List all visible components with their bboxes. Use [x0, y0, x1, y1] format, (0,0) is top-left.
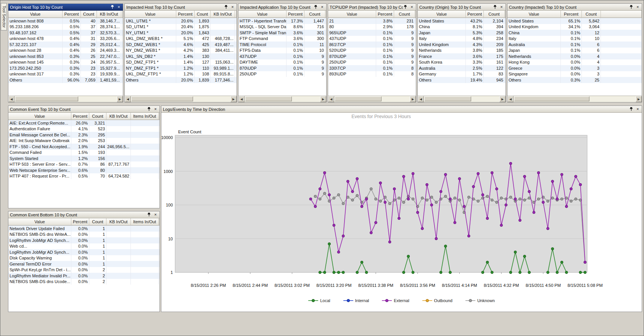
table-row[interactable]: 861\TCP0.1%9	[328, 42, 416, 48]
table-row[interactable]: HTTP - Hypertext Transfer...17.3%1,447	[238, 18, 326, 24]
table-row[interactable]: UKL_DMZ_WEB1 *5.1%472468,728...	[125, 36, 237, 42]
table-row[interactable]: Others19.4%945	[418, 77, 506, 83]
legend-item-internal[interactable]: Internal	[343, 298, 369, 303]
table-row[interactable]: 870\UDP0.1%9	[328, 53, 416, 59]
pin-icon[interactable]	[147, 107, 151, 112]
table-row[interactable]: Japan0.1%6	[507, 48, 642, 54]
table-row[interactable]: HTTP 407 : Request Error - Pr...0.5%7064…	[8, 173, 159, 179]
table-row[interactable]: Others20.0%1,839177,346...	[125, 77, 237, 83]
table-row[interactable]: unknown host 3170.3%2319,939.9...	[8, 71, 123, 77]
panel-titlebar[interactable]: Origin Host Top 10 by Count ×	[8, 4, 123, 11]
column-header-value[interactable]: Value	[418, 11, 466, 18]
panel-titlebar[interactable]: Common Event Top 10 by Count ×	[8, 106, 159, 113]
column-header-count[interactable]: Count	[195, 11, 211, 18]
table-row[interactable]: UKL_UTM1 *20.6%1,893	[125, 18, 237, 24]
table-row[interactable]: Australia2.5%122	[418, 65, 506, 71]
column-header-count[interactable]: Count	[484, 11, 505, 18]
table-row[interactable]: France3.6%175	[418, 53, 506, 59]
table-row[interactable]: 250\UDP0.1%9	[328, 59, 416, 66]
table-row[interactable]: NY_UTM1 *20.0%1,843	[125, 30, 237, 36]
table-row[interactable]: unknown host 8530.3%2522,747.0...	[8, 53, 123, 59]
table-row[interactable]: 93.48.107.1620.5%3732,570.3...	[8, 30, 123, 36]
pin-icon[interactable]	[403, 5, 408, 10]
close-icon[interactable]: ×	[635, 5, 640, 10]
table-row[interactable]: Greece0.0%3	[507, 65, 642, 71]
pin-icon[interactable]	[110, 5, 115, 10]
table-row[interactable]: TIME Protocol0.1%11	[238, 42, 326, 48]
close-icon[interactable]: ×	[499, 5, 504, 10]
table-row[interactable]: United States43.2%2,104	[418, 18, 506, 24]
column-header-kb-in-out[interactable]: KB In/Out	[211, 11, 235, 18]
table-row[interactable]: UKL_DMZ_FTP1 *1.2%10889,915.8...	[125, 71, 237, 77]
table-row[interactable]: 802.9%178	[328, 24, 416, 30]
table-row[interactable]: NY_DMZ_WEB1 *4.2%383384,411...	[125, 48, 237, 54]
table-row[interactable]: Others0.3%25	[507, 77, 642, 83]
table-row[interactable]: unknown host 8080.5%4038,146.7...	[8, 18, 123, 24]
table-row[interactable]: SD_DMZ_WEB1 *4.6%425419,487...	[125, 42, 237, 48]
table-row[interactable]: 520\UDP0.1%9	[328, 48, 416, 54]
table-row[interactable]: Hong Kong0.0%4	[507, 59, 642, 66]
column-header-count[interactable]: Count	[582, 11, 601, 18]
scroll-left-icon[interactable]: ◀	[328, 96, 334, 102]
column-header-value[interactable]: Value	[8, 113, 71, 120]
column-header-percent[interactable]: Percent	[287, 11, 304, 18]
table-row[interactable]: Command Failed1.5%193	[8, 150, 159, 156]
column-header-value[interactable]: Value	[507, 11, 561, 18]
scrollbar-thumb[interactable]	[131, 96, 193, 101]
table-row[interactable]: unknown host 280.4%2624,469.3...	[8, 48, 123, 54]
close-icon[interactable]: ×	[635, 107, 640, 112]
table-row[interactable]: UKL_SN_DB2 *1.4%130	[125, 53, 237, 59]
panel-titlebar[interactable]: Country (Impacted) Top 10 by Count ×	[507, 4, 642, 11]
scroll-left-icon[interactable]: ◀	[238, 96, 245, 102]
table-row[interactable]: Italy0.1%10	[507, 36, 642, 42]
table-row[interactable]: United Kingdom4.3%209	[418, 42, 506, 48]
scrollbar-track[interactable]	[334, 96, 410, 102]
table-row[interactable]: 437\UDP0.1%9	[328, 36, 416, 42]
table-row[interactable]: Singapore0.0%3	[507, 71, 642, 77]
column-header-percent[interactable]: Percent	[376, 11, 394, 18]
table-row[interactable]: Australia0.1%6	[507, 42, 642, 48]
scroll-right-icon[interactable]: ▶	[320, 96, 326, 102]
scroll-right-icon[interactable]: ▶	[410, 96, 416, 102]
legend-item-unknown[interactable]: Unknown	[465, 298, 495, 303]
close-icon[interactable]: ×	[230, 5, 235, 10]
table-row[interactable]: Italy4.8%234	[418, 36, 506, 42]
close-icon[interactable]: ×	[116, 5, 121, 10]
column-header-percent[interactable]: Percent	[63, 11, 81, 18]
table-row[interactable]: FTP Command3.6%300	[238, 36, 326, 42]
table-row[interactable]: 437\UDP0.1%9	[238, 53, 326, 59]
table-row[interactable]: LogRhythm JobMgr AD Synch...0.0%1	[8, 249, 159, 255]
scrollbar-thumb[interactable]	[15, 96, 78, 101]
table-row[interactable]: Others96.0%7,0591,481,59...	[8, 77, 123, 83]
scroll-left-icon[interactable]: ◀	[125, 96, 131, 102]
column-header-percent[interactable]: Percent	[561, 11, 582, 18]
table-row[interactable]: Authentication Failure4.1%523	[8, 126, 159, 132]
close-icon[interactable]: ×	[153, 107, 158, 112]
panel-titlebar[interactable]: Impacted Application Top 10 by Count ×	[238, 4, 326, 11]
table-row[interactable]: 965\UDP0.1%9	[328, 30, 416, 36]
scrollbar-track[interactable]	[424, 96, 499, 102]
column-header-items-in-out[interactable]: Items In/Out	[131, 218, 159, 226]
table-row[interactable]: Disk Capacity Warning0.0%1	[8, 255, 159, 261]
table-row[interactable]: General TermDD Error0.0%1	[8, 261, 159, 267]
column-header-percent[interactable]: Percent	[176, 11, 195, 18]
table-row[interactable]: unknown host 1450.3%2426,957.5...	[8, 59, 123, 66]
table-row[interactable]: DAYTIME0.1%9	[238, 59, 326, 66]
legend-item-outbound[interactable]: Outbound	[422, 298, 452, 303]
table-row[interactable]: Email Message Cannot Be Del...2.3%295	[8, 132, 159, 138]
panel-titlebar[interactable]: Country (Origin) Top 10 by Count ×	[418, 4, 506, 11]
scrollbar-track[interactable]	[514, 96, 636, 102]
table-row[interactable]: SD_DMZ_FTP1 *1.4%127115,063...	[125, 59, 237, 66]
column-header-value[interactable]: Value	[125, 11, 176, 18]
panel-titlebar[interactable]: Impacted Host Top 10 by Count ×	[125, 4, 237, 11]
table-row[interactable]: LogRhythm Mediator Invalid Pr...0.0%2	[8, 273, 159, 279]
table-row[interactable]: SpWr-Put KeyLgr RnTm Det - i...0.0%2	[8, 267, 159, 273]
table-row[interactable]: China0.1%12	[507, 30, 642, 36]
table-row[interactable]: SD_UTM1 *20.4%1,875	[125, 24, 237, 30]
column-header-items-in-out[interactable]: Items In/Out	[131, 113, 159, 120]
table-row[interactable]: Netherlands3.8%185	[418, 48, 506, 54]
table-row[interactable]: Network Driver Update Failed0.0%1	[8, 226, 159, 232]
table-row[interactable]: AIE: Int:Susp:Malware Outbreak2.0%253	[8, 138, 159, 144]
column-header-count[interactable]: Count	[304, 11, 325, 18]
table-row[interactable]: Japan5.3%258	[418, 30, 506, 36]
